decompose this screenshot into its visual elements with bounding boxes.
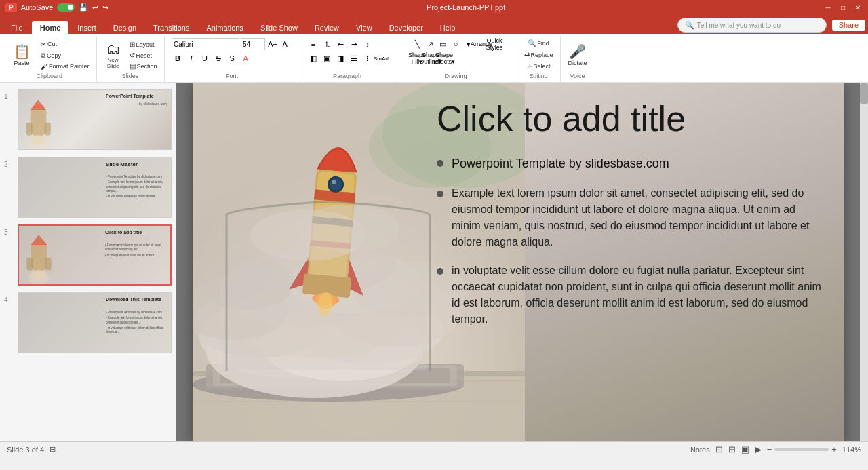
zoom-level[interactable]: 114% <box>842 446 861 454</box>
slide-canvas[interactable]: Click to add title Powerpoint Template b… <box>193 83 844 441</box>
new-slide-button[interactable]: 🗂 NewSlide <box>101 40 125 71</box>
bullet-text-1[interactable]: Example text lorem ipsum dolor sit amet,… <box>452 185 823 250</box>
paste-button[interactable]: 📋 Paste <box>7 43 37 68</box>
thumb-title-4: Download This Template <box>106 297 167 302</box>
slides-label: Slides <box>101 73 160 81</box>
bullet-text-2[interactable]: in voluptate velit esse cillum dolore eu… <box>452 262 823 328</box>
share-button[interactable]: Share <box>832 20 865 31</box>
notes-button[interactable]: Notes <box>690 446 710 454</box>
quick-styles-button[interactable]: QuickStyles <box>488 38 500 50</box>
format-painter-button[interactable]: 🖌 Format Painter <box>38 62 92 72</box>
autosave-toggle[interactable] <box>57 3 75 12</box>
slide-img-1[interactable]: PowerPoint Template by slidesbase.com <box>18 89 172 150</box>
svg-point-5 <box>28 135 48 149</box>
tab-file[interactable]: File <box>3 21 31 34</box>
section-button[interactable]: ▤ Section <box>127 61 160 71</box>
save-icon[interactable]: 💾 <box>79 3 88 12</box>
right-scrollbar[interactable] <box>860 83 868 441</box>
convert-smartart-button[interactable]: SmArt <box>375 52 387 64</box>
underline-button[interactable]: U <box>199 52 211 64</box>
para-format-row1: ≡ ⒈ ⇤ ⇥ ↕ <box>307 38 374 50</box>
bullet-item-0: Powerpoint Template by slidesbase.com <box>437 155 823 173</box>
find-button[interactable]: 🔍 Find <box>525 38 552 48</box>
arrow-tool[interactable]: ↗ <box>424 38 436 50</box>
tab-help[interactable]: Help <box>432 21 464 34</box>
align-center-button[interactable]: ▣ <box>321 52 333 64</box>
tab-design[interactable]: Design <box>105 21 144 34</box>
bullet-text-0[interactable]: Powerpoint Template by slidesbase.com <box>452 155 669 173</box>
thumb-bullet-3-2: • in voluptate velit esse cillum dolore.… <box>105 254 166 258</box>
svg-rect-9 <box>45 258 51 271</box>
slide-thumb-2[interactable]: 2 Slide Master • Powerpoint Template by … <box>4 157 172 218</box>
view-slideshow-icon[interactable]: ▶ <box>755 444 762 454</box>
zoom-slider[interactable] <box>774 448 829 451</box>
num-list-button[interactable]: ⒈ <box>321 38 333 50</box>
slide-img-2[interactable]: Slide Master • Powerpoint Template by sl… <box>18 157 172 218</box>
voice-group: 🎤 Dictate Voice <box>561 37 595 82</box>
thumb-bullet-4-2: • Example text lorem ipsum dolor sit ame… <box>106 316 167 325</box>
align-right-button[interactable]: ◨ <box>334 52 347 64</box>
tab-animations[interactable]: Animations <box>198 21 251 34</box>
tab-insert[interactable]: Insert <box>69 21 104 34</box>
tab-transitions[interactable]: Transitions <box>145 21 197 34</box>
slide-thumb-4[interactable]: 4 Download This Template • Powerpoint Te… <box>4 292 172 353</box>
shape-effects-button[interactable]: Shape Effects▾ <box>438 52 450 64</box>
slide-num-1: 1 <box>4 89 14 100</box>
thumb-bullet-3-1: • Example text lorem ipsum dolor sit ame… <box>105 243 166 252</box>
slide-thumb-3[interactable]: 3 Click to add title • Example text lore… <box>4 224 172 286</box>
tab-review[interactable]: Review <box>307 21 347 34</box>
view-reading-icon[interactable]: ▣ <box>741 444 749 454</box>
text-direction-button[interactable]: ↕ <box>361 38 374 50</box>
bullet-list-button[interactable]: ≡ <box>307 38 319 50</box>
rect-tool[interactable]: ▭ <box>437 38 449 50</box>
columns-button[interactable]: ⫶ <box>361 52 374 64</box>
strikethrough-button[interactable]: S <box>212 52 224 64</box>
layout-button[interactable]: ⊞ Layout <box>127 39 160 50</box>
increase-font-button[interactable]: A+ <box>267 38 279 50</box>
zoom-out-button[interactable]: − <box>767 444 772 454</box>
slide-img-4[interactable]: Download This Template • Powerpoint Temp… <box>18 292 172 353</box>
scrollbar-thumb[interactable] <box>860 83 868 104</box>
view-slide-sorter-icon[interactable]: ⊞ <box>728 444 736 454</box>
slide-thumb-1[interactable]: 1 PowerPoint Template by slidesbase.com <box>4 89 172 150</box>
thumb-bullet-2-3: • in voluptate velit esse cillum dolore.… <box>106 195 167 199</box>
thumb-subtitle-1: by slidesbase.com <box>139 102 167 106</box>
indent-decrease-button[interactable]: ⇤ <box>334 38 347 50</box>
font-size-input[interactable] <box>241 38 265 50</box>
replace-button[interactable]: ⇄ Replace <box>521 50 556 60</box>
close-button[interactable]: ✕ <box>853 3 863 12</box>
align-justify-button[interactable]: ☰ <box>348 52 360 64</box>
bullet-item-2: in voluptate velit esse cillum dolore eu… <box>437 262 823 328</box>
tab-developer[interactable]: Developer <box>381 21 431 34</box>
indent-increase-button[interactable]: ⇥ <box>348 38 360 50</box>
slide-main-title[interactable]: Click to add title <box>437 100 823 138</box>
line-tool[interactable]: ╲ <box>411 38 423 50</box>
decrease-font-button[interactable]: A- <box>280 38 292 50</box>
dictate-button[interactable]: 🎤 Dictate <box>565 43 591 68</box>
reset-button[interactable]: ↺ Reset <box>127 50 160 60</box>
undo-icon[interactable]: ↩ <box>92 3 98 12</box>
tab-home[interactable]: Home <box>32 21 69 34</box>
select-button[interactable]: ⊹ Select <box>524 61 553 71</box>
font-color-button[interactable]: A <box>239 52 252 64</box>
redo-icon[interactable]: ↪ <box>102 3 108 12</box>
align-left-button[interactable]: ◧ <box>307 52 319 64</box>
slide-num-4: 4 <box>4 292 14 304</box>
cut-button[interactable]: ✂ Cut <box>38 39 92 50</box>
zoom-in-button[interactable]: + <box>831 444 837 454</box>
italic-button[interactable]: I <box>185 52 197 64</box>
voice-label: Voice <box>565 73 591 81</box>
minimize-button[interactable]: ─ <box>823 3 833 12</box>
oval-tool[interactable]: ○ <box>450 38 462 50</box>
tab-view[interactable]: View <box>348 21 380 34</box>
font-name-input[interactable] <box>172 38 239 50</box>
copy-button[interactable]: ⧉ Copy <box>38 50 92 61</box>
bold-button[interactable]: B <box>172 52 184 64</box>
thumb-bullet-4-1: • Powerpoint Template by slidesbase.com <box>106 311 167 315</box>
tab-slideshow[interactable]: Slide Show <box>252 21 306 34</box>
maximize-button[interactable]: □ <box>838 3 848 12</box>
shadow-button[interactable]: S <box>226 52 238 64</box>
view-normal-icon[interactable]: ⊡ <box>715 444 723 454</box>
slide-img-3[interactable]: Click to add title • Example text lorem … <box>18 224 172 286</box>
search-bar: 🔍 Tell me what you want to do <box>677 18 827 33</box>
